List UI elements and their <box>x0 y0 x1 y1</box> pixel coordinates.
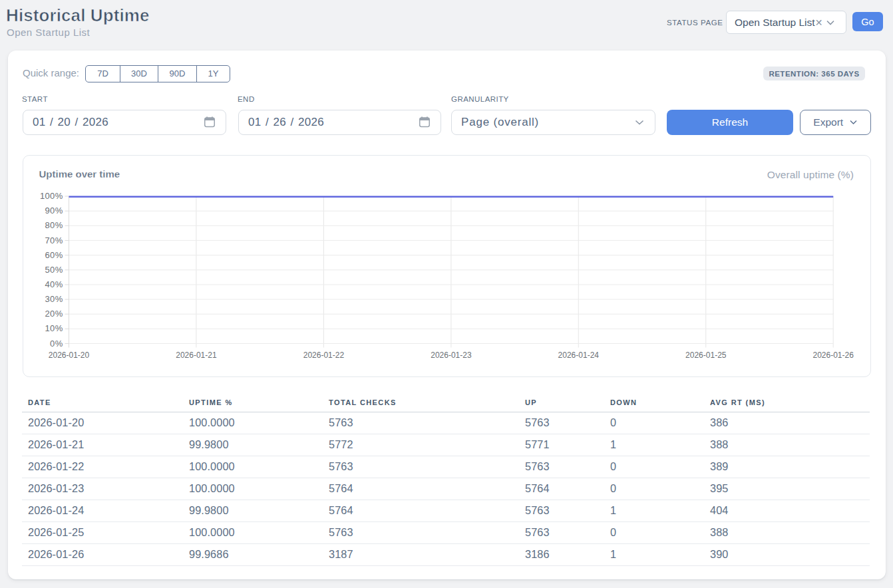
svg-text:80%: 80% <box>45 220 63 230</box>
svg-text:60%: 60% <box>45 250 63 260</box>
svg-text:2026-01-23: 2026-01-23 <box>431 351 472 360</box>
svg-text:2026-01-21: 2026-01-21 <box>176 351 217 360</box>
svg-text:10%: 10% <box>45 323 63 333</box>
svg-text:90%: 90% <box>45 206 63 216</box>
svg-text:0%: 0% <box>50 339 63 349</box>
svg-text:100%: 100% <box>40 191 63 201</box>
svg-text:2026-01-20: 2026-01-20 <box>49 351 90 360</box>
svg-text:40%: 40% <box>45 279 63 289</box>
svg-text:50%: 50% <box>45 265 63 275</box>
svg-text:2026-01-25: 2026-01-25 <box>685 351 727 360</box>
svg-text:20%: 20% <box>45 309 63 319</box>
svg-text:2026-01-24: 2026-01-24 <box>558 351 600 360</box>
svg-text:2026-01-22: 2026-01-22 <box>303 351 345 360</box>
svg-text:30%: 30% <box>45 294 63 304</box>
svg-text:70%: 70% <box>45 235 63 245</box>
svg-text:2026-01-26: 2026-01-26 <box>813 351 854 360</box>
